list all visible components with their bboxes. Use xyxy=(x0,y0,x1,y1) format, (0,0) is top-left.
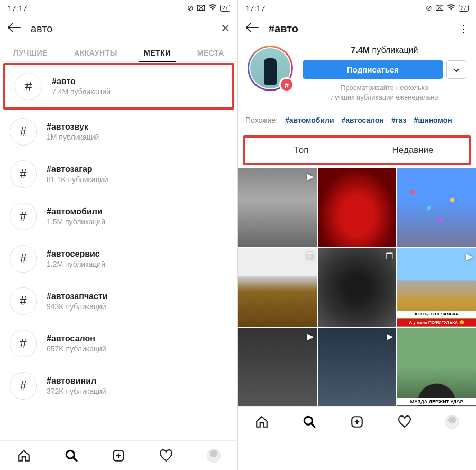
back-icon[interactable] xyxy=(7,21,21,36)
bottom-nav xyxy=(0,440,237,470)
svg-line-6 xyxy=(311,423,315,428)
hashtag-count: 657K публикаций xyxy=(47,345,106,353)
back-icon[interactable] xyxy=(245,21,259,36)
status-icons: ⊘ ⌧ 27 xyxy=(426,4,469,12)
meme-caption: КОГО-ТО ПЕЧАЛЬКА xyxy=(397,311,476,318)
nav-search-icon[interactable] xyxy=(303,415,316,429)
hashtag-result[interactable]: # #автозапчасти 943K публикаций xyxy=(0,280,237,322)
status-bar: 17:17 ⊘ ⌧ 27 xyxy=(238,0,476,16)
grid-cell[interactable] xyxy=(318,168,397,247)
nav-create-icon[interactable] xyxy=(112,449,125,463)
feed-tabs-highlight: Топ Недавние xyxy=(243,135,471,165)
feed-tab-recent[interactable]: Недавние xyxy=(357,138,469,163)
status-time: 17:17 xyxy=(245,4,266,13)
follow-button[interactable]: Подписаться xyxy=(303,60,443,79)
hashtag-name: #автозвук xyxy=(47,122,99,132)
carousel-icon: ❐ xyxy=(306,251,314,261)
hash-icon: # xyxy=(10,372,37,400)
meme-caption: МАЗДА ДЕРЖИТ УДАР xyxy=(397,398,476,405)
dnd-icon: ⊘ xyxy=(426,4,432,12)
related-tag[interactable]: #газ xyxy=(391,116,407,124)
hashtag-count: 943K публикаций xyxy=(47,302,108,311)
hashtag-result[interactable]: # #автовинил 372K публикаций xyxy=(0,365,237,407)
related-tag[interactable]: #автомобили xyxy=(285,116,334,124)
search-tabs: ЛУЧШИЕ АККАУНТЫ МЕТКИ МЕСТА xyxy=(0,39,237,62)
nav-create-icon[interactable] xyxy=(350,415,364,429)
nav-home-icon[interactable] xyxy=(255,415,269,429)
status-time: 17:17 xyxy=(7,4,28,13)
search-header: авто ✕ xyxy=(0,16,237,39)
nav-profile-icon[interactable] xyxy=(445,415,459,429)
hashtag-count: 1M публикаций xyxy=(47,133,99,141)
hashtag-result[interactable]: # #автомобили 1.5M публикаций xyxy=(0,195,237,238)
tab-tags[interactable]: МЕТКИ xyxy=(142,44,173,61)
hashtag-name: #автозапчасти xyxy=(47,292,108,301)
search-input[interactable]: авто xyxy=(31,23,211,35)
hashtag-result[interactable]: # #автосалон 657K публикаций xyxy=(0,322,237,365)
carousel-icon: ❐ xyxy=(386,251,393,261)
post-count: 7.4M публикаций xyxy=(351,46,418,55)
hash-icon: # xyxy=(15,73,42,100)
tab-top[interactable]: ЛУЧШИЕ xyxy=(11,44,50,61)
hash-icon: # xyxy=(10,330,37,357)
tab-accounts[interactable]: АККАУНТЫ xyxy=(72,44,120,61)
related-tags: Похожие: #автомобили #автосалон #газ #ши… xyxy=(238,106,476,132)
phone-hashtag-screen: 17:17 ⊘ ⌧ 27 #авто ⋮ # 7.4M публикаций xyxy=(238,0,476,470)
follow-dropdown-button[interactable] xyxy=(446,60,466,79)
grid-cell[interactable]: ▶ xyxy=(238,328,317,407)
hashtag-result[interactable]: # #автозвук 1M публикаций xyxy=(0,111,237,153)
hash-icon: # xyxy=(10,245,37,273)
nav-home-icon[interactable] xyxy=(17,449,31,463)
video-icon: ▶ xyxy=(307,171,314,182)
nav-search-icon[interactable] xyxy=(65,449,78,463)
grid-cell[interactable]: ❐ xyxy=(318,248,397,327)
hashtag-result[interactable]: # #автосервис 1.2M публикаций xyxy=(0,238,237,280)
feed-tab-top[interactable]: Топ xyxy=(245,138,357,163)
grid-cell[interactable]: МАЗДА ДЕРЖИТ УДАР xyxy=(397,328,476,407)
grid-cell[interactable]: ❐ xyxy=(238,248,317,327)
battery-icon: 27 xyxy=(459,5,469,12)
hashtag-result[interactable]: # #автозагар 81.1K публикаций xyxy=(0,153,237,195)
hashtag-subtext: Просматривайте несколько лучших публикац… xyxy=(331,83,438,102)
battery-icon: 27 xyxy=(220,5,230,12)
tab-places[interactable]: МЕСТА xyxy=(195,44,226,61)
hashtag-count: 372K публикаций xyxy=(47,387,106,395)
grid-cell[interactable] xyxy=(397,168,476,247)
nav-profile-icon[interactable] xyxy=(207,449,221,463)
dnd-icon: ⊘ xyxy=(187,4,194,12)
hashtag-header: #авто ⋮ xyxy=(238,16,476,39)
highlight-box: # #авто 7.4M публикаций xyxy=(3,63,234,110)
related-tag[interactable]: #шиномон xyxy=(414,116,452,124)
nav-activity-icon[interactable] xyxy=(159,449,173,463)
status-bar: 17:17 ⊘ ⌧ 27 xyxy=(0,0,237,16)
bottom-nav xyxy=(238,406,476,436)
more-icon[interactable]: ⋮ xyxy=(459,22,469,35)
hashtag-count: 1.5M публикаций xyxy=(47,218,105,226)
hash-icon: # xyxy=(10,287,37,315)
grid-cell[interactable]: ▶ КОГО-ТО ПЕЧАЛЬКА А у меня ПОФИГУЛЬКА 😊 xyxy=(397,248,476,327)
hashtag-count: 1.2M публикаций xyxy=(47,260,105,268)
video-icon: ▶ xyxy=(466,251,473,261)
hashtag-name: #автомобили xyxy=(47,207,105,216)
svg-point-5 xyxy=(304,417,312,424)
related-tag[interactable]: #автосалон xyxy=(342,116,385,124)
clear-icon[interactable]: ✕ xyxy=(221,22,230,35)
hash-badge-icon: # xyxy=(279,77,294,92)
hash-icon: # xyxy=(10,203,37,230)
hashtag-title: #авто xyxy=(269,23,449,35)
hashtag-count: 81.1K публикаций xyxy=(47,175,108,184)
svg-line-1 xyxy=(73,457,77,462)
hashtag-avatar[interactable]: # xyxy=(248,46,293,91)
hashtag-result[interactable]: # #авто 7.4M публикаций xyxy=(5,65,232,107)
sim-icon: ⌧ xyxy=(435,4,444,12)
nav-activity-icon[interactable] xyxy=(398,415,411,429)
hashtag-count: 7.4M публикаций xyxy=(52,87,111,96)
status-icons: ⊘ ⌧ 27 xyxy=(187,4,230,12)
svg-point-0 xyxy=(66,450,74,458)
phone-search-screen: 17:17 ⊘ ⌧ 27 авто ✕ ЛУЧШИЕ АККАУНТЫ МЕТК… xyxy=(0,0,238,470)
grid-cell[interactable]: ▶ xyxy=(318,328,397,407)
hashtag-name: #автосалон xyxy=(47,334,106,344)
meme-caption: А у меня ПОФИГУЛЬКА 😊 xyxy=(397,319,476,326)
sim-icon: ⌧ xyxy=(197,4,205,12)
grid-cell[interactable]: ▶ xyxy=(238,168,317,247)
